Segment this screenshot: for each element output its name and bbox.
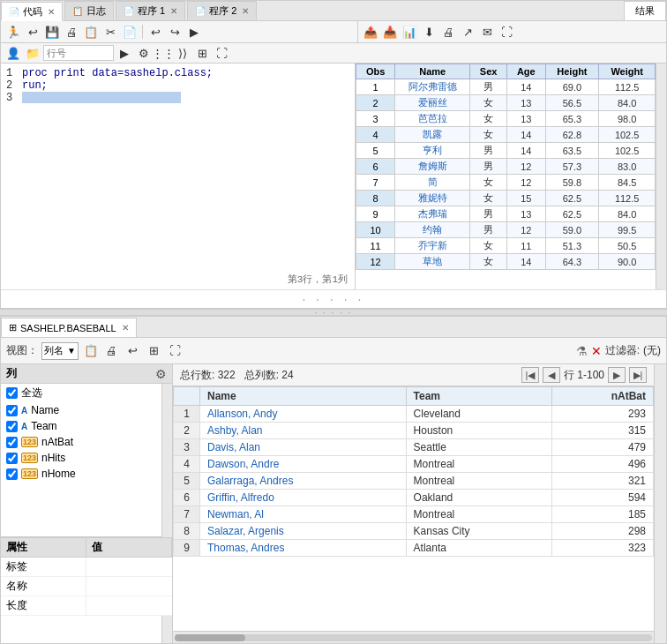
table-row[interactable]: 9Thomas, AndresAtlanta323	[174, 540, 654, 557]
nav-last-btn[interactable]: ▶|	[629, 367, 647, 383]
table-row[interactable]: 4Dawson, AndreMontreal496	[174, 456, 654, 473]
columns-header: 列 ⚙	[1, 364, 172, 384]
col-type-icon: 123	[21, 453, 38, 463]
col-item[interactable]: ATeam	[1, 418, 161, 434]
cut-btn[interactable]: ✂	[101, 23, 119, 41]
table-row[interactable]: 1Allanson, AndyCleveland293	[174, 406, 654, 423]
save-btn[interactable]: 💾	[43, 23, 61, 41]
th-natbat[interactable]: nAtBat	[551, 387, 653, 406]
hscroll-thumb[interactable]	[175, 634, 245, 641]
res-btn5[interactable]: 🖨	[439, 23, 457, 41]
tab-prog2-close[interactable]: ✕	[242, 6, 249, 16]
tab-code-close[interactable]: ✕	[48, 7, 55, 17]
table-row[interactable]: 7Newman, AlMontreal185	[174, 506, 654, 523]
col-checkbox[interactable]	[6, 405, 18, 416]
view-btn1[interactable]: 📋	[82, 342, 100, 360]
undo-btn[interactable]: ↩	[146, 23, 164, 41]
col-item[interactable]: 123nHome	[1, 466, 161, 482]
nav-first-btn[interactable]: |◀	[521, 367, 539, 383]
hscroll-track[interactable]	[175, 634, 652, 641]
res-btn3[interactable]: 📊	[401, 23, 418, 41]
col-label: Team	[31, 420, 56, 432]
filter-clear-btn[interactable]: ✕	[591, 344, 602, 358]
col-label: nAtBat	[41, 436, 73, 448]
total-cols: 总列数: 24	[244, 368, 294, 383]
col-item[interactable]: 123nHits	[1, 450, 161, 466]
table-row[interactable]: 5Galarraga, AndresMontreal321	[174, 473, 654, 490]
table-row[interactable]: 8Salazar, ArgenisKansas City298	[174, 523, 654, 540]
page-info: 行 1-100	[564, 368, 604, 383]
filter-icon[interactable]: ⚗	[576, 344, 588, 358]
props-val	[86, 577, 172, 596]
more-btn[interactable]: ▶	[185, 23, 203, 41]
resize-handle[interactable]: · · · · ·	[1, 289, 666, 308]
res-btn2[interactable]: 📥	[381, 23, 399, 41]
file-btn[interactable]: 📁	[24, 44, 41, 62]
res-btn1[interactable]: 📤	[362, 23, 379, 41]
person-btn[interactable]: 👤	[4, 44, 22, 62]
tab-results[interactable]: 结果	[624, 1, 666, 20]
res-btn7[interactable]: ✉	[478, 23, 496, 41]
tool1-btn[interactable]: ⚙	[135, 44, 153, 62]
nav-next-btn[interactable]: ▶	[608, 367, 626, 383]
new-btn[interactable]: 🏃	[4, 23, 22, 41]
tool2-btn[interactable]: ⋮⋮	[154, 44, 172, 62]
expand-btn[interactable]: ⛶	[213, 44, 230, 62]
res-btn8[interactable]: ⛶	[498, 23, 515, 41]
view-btn4[interactable]: ⊞	[146, 342, 163, 360]
col-item[interactable]: 全选	[1, 384, 161, 402]
th-team[interactable]: Team	[406, 387, 551, 406]
table-row[interactable]: 2Ashby, AlanHouston315	[174, 423, 654, 439]
run-btn[interactable]: ▶	[116, 44, 133, 62]
col-checkbox[interactable]	[6, 421, 18, 432]
redo-btn[interactable]: ↪	[166, 23, 184, 41]
col-checkbox[interactable]	[6, 387, 18, 399]
grid-content[interactable]: Name Team nAtBat 1Allanson, AndyClevelan…	[173, 386, 654, 631]
open-btn[interactable]: ↩	[24, 23, 41, 41]
view-select[interactable]: 列名 ▼	[41, 342, 79, 360]
col-checkbox[interactable]	[6, 468, 18, 480]
tab-program2[interactable]: 📄 程序 2 ✕	[187, 1, 257, 20]
panel-divider[interactable]: · · · · ·	[0, 309, 667, 316]
columns-scrollbar[interactable]	[161, 384, 172, 537]
tab-baseball-close[interactable]: ✕	[122, 323, 129, 333]
tab-program1[interactable]: 📄 程序 1 ✕	[116, 1, 185, 20]
col-item[interactable]: 123nAtBat	[1, 434, 161, 450]
col-type-icon: 123	[21, 468, 38, 479]
results-scrollbar[interactable]	[656, 64, 666, 289]
col-checkbox[interactable]	[6, 437, 18, 448]
grid-hscrollbar[interactable]	[173, 631, 654, 643]
props-scrollbar[interactable]	[161, 616, 172, 643]
res-btn4[interactable]: ⬇	[420, 23, 438, 41]
tab-prog1-close[interactable]: ✕	[170, 6, 177, 16]
res-btn6[interactable]: ↗	[459, 23, 476, 41]
tab-log[interactable]: 📋 日志	[64, 1, 114, 20]
main-toolbar: 🏃 ↩ 💾 🖨 📋 ✂ 📄 ↩ ↪ ▶ 📤 📥 📊 ⬇ 🖨 ↗ ✉ ⛶	[1, 21, 666, 43]
col-label: nHome	[41, 468, 76, 480]
paste-btn[interactable]: 📄	[121, 23, 139, 41]
copy-btn[interactable]: 📋	[82, 23, 100, 41]
columns-settings-icon[interactable]: ⚙	[155, 367, 167, 381]
view-btn5[interactable]: ⛶	[167, 342, 184, 360]
grid-vscrollbar[interactable]	[654, 364, 666, 643]
log-icon: 📋	[72, 6, 83, 16]
th-name[interactable]: Name	[200, 387, 407, 406]
line-input[interactable]	[43, 45, 114, 61]
table-row[interactable]: 3Davis, AlanSeattle479	[174, 439, 654, 456]
print-btn[interactable]: 🖨	[63, 23, 80, 41]
left-panel: 列 ⚙ 全选ANameATeam123nAtBat123nHits123nHom…	[1, 364, 173, 643]
col-checkbox[interactable]	[6, 453, 18, 464]
col-type-icon: A	[21, 422, 27, 431]
view-btn2[interactable]: 🖨	[103, 342, 121, 360]
tab-baseball[interactable]: ⊞ SASHELP.BASEBALL ✕	[1, 318, 137, 337]
tab-code[interactable]: 📄 代码 ✕	[1, 2, 63, 21]
tab-results-label: 结果	[635, 4, 655, 18]
tool4-btn[interactable]: ⊞	[193, 44, 211, 62]
code-panel[interactable]: 1 proc print data=sashelp.class; 2 run; …	[1, 64, 356, 289]
tool3-btn[interactable]: ⟩⟩	[174, 44, 191, 62]
col-item[interactable]: AName	[1, 402, 161, 418]
view-btn3[interactable]: ↩	[124, 342, 142, 360]
results-table-row: 5亨利男1463.5102.5	[356, 143, 656, 159]
table-row[interactable]: 6Griffin, AlfredoOakland594	[174, 490, 654, 506]
nav-prev-btn[interactable]: ◀	[543, 367, 560, 383]
